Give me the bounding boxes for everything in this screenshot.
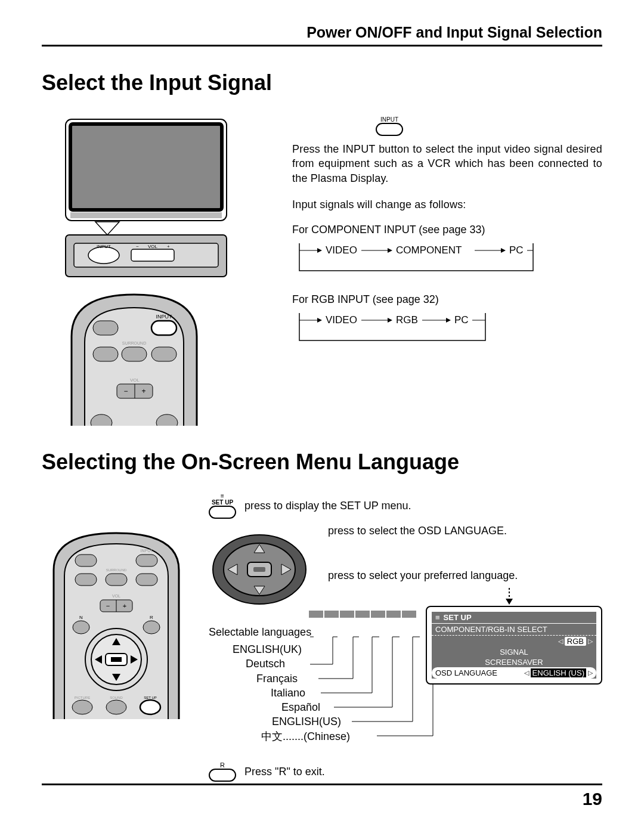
- dpad-illustration: [209, 528, 310, 611]
- svg-rect-10: [93, 347, 118, 361]
- setup-button-icon: ≡ SET UP: [209, 493, 236, 519]
- svg-rect-13: [151, 347, 177, 361]
- page-number: 19: [42, 784, 602, 809]
- osd-row-rgb: COMPONENT/RGB-IN SELECT: [432, 623, 596, 636]
- osd-row-signal: SIGNAL: [432, 647, 596, 657]
- svg-rect-2: [70, 212, 222, 218]
- remote-top-illustration: INPUT SURROUND − + VOL: [60, 289, 292, 426]
- svg-text:−: −: [106, 602, 110, 609]
- svg-point-63: [140, 700, 160, 714]
- panel-vol-plus: +: [167, 244, 170, 249]
- r-button-icon: R: [209, 761, 236, 782]
- svg-rect-8: [93, 321, 118, 335]
- svg-text:SET UP: SET UP: [144, 696, 157, 699]
- svg-text:+: +: [141, 387, 145, 395]
- svg-rect-39: [106, 574, 127, 586]
- remote-full-illustration: INPUT SURROUND − + VOL N R: [48, 528, 209, 719]
- svg-text:−: −: [123, 387, 128, 395]
- instruction-paragraph-2: Input signals will change as follows:: [292, 197, 602, 212]
- svg-rect-1: [70, 124, 222, 210]
- lang-color-stubs: [309, 611, 416, 618]
- instruction-paragraph-1: Press the INPUT button to select the inp…: [292, 142, 602, 185]
- svg-text:SURROUND: SURROUND: [122, 341, 146, 345]
- flow2-item-0: VIDEO: [326, 314, 357, 326]
- svg-point-59: [72, 700, 92, 714]
- svg-text:INPUT: INPUT: [141, 549, 154, 553]
- svg-marker-29: [317, 318, 322, 323]
- section-title-input: Select the Input Signal: [42, 70, 602, 95]
- svg-rect-41: [136, 574, 157, 586]
- svg-text:SOUND: SOUND: [110, 696, 123, 699]
- osd-row-screensaver: SCREENSAVER: [432, 657, 596, 667]
- flow2-item-2: PC: [454, 314, 469, 326]
- svg-marker-26: [501, 248, 506, 253]
- display-illustration: INPUT − VOL +: [60, 113, 250, 289]
- svg-marker-3: [95, 222, 119, 235]
- svg-rect-36: [136, 555, 157, 566]
- flow2-box: VIDEO RGB PC: [292, 309, 602, 345]
- instruction-exit: Press "R" to exit.: [244, 766, 325, 778]
- svg-point-6: [88, 247, 119, 264]
- svg-point-47: [73, 621, 89, 634]
- svg-marker-31: [388, 318, 392, 323]
- section-title-language: Selecting the On-Screen Menu Language: [42, 450, 602, 475]
- svg-marker-22: [317, 248, 322, 253]
- svg-rect-7: [131, 249, 174, 261]
- flow1-item-0: VIDEO: [326, 244, 357, 256]
- menu-icon: ≡: [435, 613, 440, 622]
- flow1-label: For COMPONENT INPUT (see page 33): [292, 224, 602, 236]
- svg-text:+: +: [123, 602, 126, 609]
- svg-point-49: [143, 621, 160, 634]
- svg-rect-11: [122, 347, 147, 361]
- flow2-label: For RGB INPUT (see page 32): [292, 293, 602, 306]
- svg-rect-38: [75, 574, 97, 586]
- instruction-osd-lang: press to select the OSD LANGUAGE.: [328, 525, 518, 537]
- panel-vol-minus: −: [136, 244, 139, 249]
- flow1-item-1: COMPONENT: [396, 244, 462, 256]
- page-header: Power ON/OFF and Input Signal Selection: [42, 24, 602, 47]
- svg-marker-24: [388, 248, 392, 253]
- svg-rect-35: [75, 555, 97, 566]
- svg-rect-9: [151, 321, 177, 335]
- panel-input-label: INPUT: [97, 244, 111, 249]
- instruction-setup: press to display the SET UP menu.: [244, 500, 411, 512]
- input-button-icon: INPUT: [376, 116, 403, 136]
- svg-rect-54: [111, 657, 122, 662]
- svg-marker-33: [446, 318, 451, 323]
- flow1-box: VIDEO COMPONENT PC: [292, 240, 602, 275]
- flow1-item-2: PC: [509, 244, 524, 256]
- osd-title-row: ≡ SET UP: [432, 612, 596, 623]
- svg-text:VOL: VOL: [130, 377, 140, 383]
- svg-text:N: N: [79, 615, 83, 620]
- remote-input-label: INPUT: [156, 314, 173, 320]
- osd-row-osdlang: OSD LANGUAGE ◁ENGLISH (US)▷: [432, 667, 596, 679]
- svg-text:VOL: VOL: [112, 594, 120, 598]
- svg-text:R: R: [150, 615, 153, 620]
- panel-vol-label: VOL: [148, 244, 158, 249]
- svg-marker-74: [506, 599, 513, 605]
- svg-rect-68: [253, 567, 265, 572]
- svg-point-61: [106, 700, 126, 714]
- osd-menu: ≡ SET UP COMPONENT/RGB-IN SELECT ◁RGB▷ S…: [426, 588, 602, 685]
- flow2-item-1: RGB: [396, 314, 418, 326]
- osd-row-rgb-val: ◁RGB▷: [432, 636, 596, 647]
- svg-text:SURROUND: SURROUND: [106, 568, 127, 572]
- svg-text:PICTURE: PICTURE: [75, 696, 90, 699]
- instruction-pref-lang: press to select your preferred language.: [328, 569, 518, 582]
